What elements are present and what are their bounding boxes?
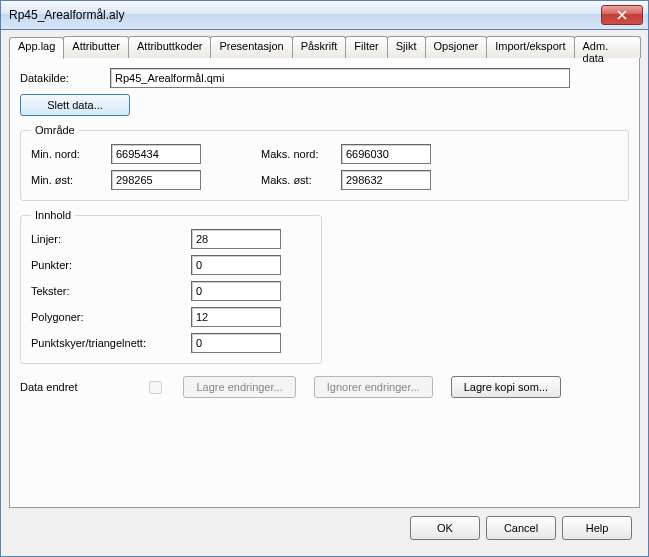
data-endret-row: Data endret Lagre endringer... Ignorer e… [20, 376, 629, 398]
tab-sjikt[interactable]: Sjikt [387, 36, 426, 58]
linjer-label: Linjer: [31, 233, 191, 245]
tekster-input[interactable] [191, 281, 281, 301]
omrade-legend: Område [31, 124, 79, 136]
maks-ost-label: Maks. øst: [261, 174, 341, 186]
tab-opsjoner[interactable]: Opsjoner [425, 36, 488, 58]
datakilde-row: Datakilde: [20, 68, 629, 88]
polygoner-input[interactable] [191, 307, 281, 327]
tab-adm-data[interactable]: Adm. data [574, 36, 641, 58]
min-nord-input[interactable] [111, 144, 201, 164]
tab-attributtkoder[interactable]: Attributtkoder [128, 36, 211, 58]
min-nord-label: Min. nord: [31, 148, 111, 160]
close-icon [617, 10, 627, 20]
punktskyer-input[interactable] [191, 333, 281, 353]
tab-presentasjon[interactable]: Presentasjon [210, 36, 292, 58]
data-endret-label: Data endret [20, 381, 77, 393]
titlebar: Rp45_Arealformål.aly [1, 1, 648, 30]
omrade-group: Område Min. nord: Maks. nord: Min. øst: … [20, 124, 629, 201]
min-ost-input[interactable] [111, 170, 201, 190]
lagre-endringer-button: Lagre endringer... [183, 376, 295, 398]
help-button[interactable]: Help [562, 516, 632, 540]
slett-data-row: Slett data... [20, 94, 629, 116]
tab-page-app-lag: Datakilde: Slett data... Område Min. nor… [9, 57, 640, 508]
client-area: App.lag Attributter Attributtkoder Prese… [1, 30, 648, 556]
ignorer-endringer-button: Ignorer endringer... [314, 376, 433, 398]
omrade-grid: Min. nord: Maks. nord: Min. øst: Maks. ø… [31, 144, 618, 190]
maks-ost-input[interactable] [341, 170, 431, 190]
punkter-input[interactable] [191, 255, 281, 275]
innhold-group: Innhold Linjer: Punkter: Tekster: Polygo… [20, 209, 322, 364]
datakilde-label: Datakilde: [20, 72, 110, 84]
tabstrip: App.lag Attributter Attributtkoder Prese… [9, 36, 640, 58]
polygoner-label: Polygoner: [31, 311, 191, 323]
tekster-label: Tekster: [31, 285, 191, 297]
innhold-grid: Linjer: Punkter: Tekster: Polygoner: Pun… [31, 229, 311, 353]
tab-filter[interactable]: Filter [345, 36, 387, 58]
tab-attributter[interactable]: Attributter [63, 36, 129, 58]
min-ost-label: Min. øst: [31, 174, 111, 186]
punkter-label: Punkter: [31, 259, 191, 271]
tab-app-lag[interactable]: App.lag [9, 37, 64, 59]
data-endret-checkbox [149, 381, 162, 394]
punktskyer-label: Punktskyer/triangelnett: [31, 337, 191, 349]
dialog-window: Rp45_Arealformål.aly App.lag Attributter… [0, 0, 649, 557]
maks-nord-label: Maks. nord: [261, 148, 341, 160]
slett-data-button[interactable]: Slett data... [20, 94, 130, 116]
linjer-input[interactable] [191, 229, 281, 249]
maks-nord-input[interactable] [341, 144, 431, 164]
close-button[interactable] [601, 5, 643, 25]
ok-button[interactable]: OK [410, 516, 480, 540]
window-title: Rp45_Arealformål.aly [9, 8, 124, 22]
tab-import-eksport[interactable]: Import/eksport [486, 36, 574, 58]
dialog-button-bar: OK Cancel Help [9, 508, 640, 548]
tab-paskrift[interactable]: Påskrift [292, 36, 347, 58]
datakilde-input[interactable] [110, 68, 570, 88]
lagre-kopi-som-button[interactable]: Lagre kopi som... [451, 376, 561, 398]
innhold-legend: Innhold [31, 209, 75, 221]
cancel-button[interactable]: Cancel [486, 516, 556, 540]
